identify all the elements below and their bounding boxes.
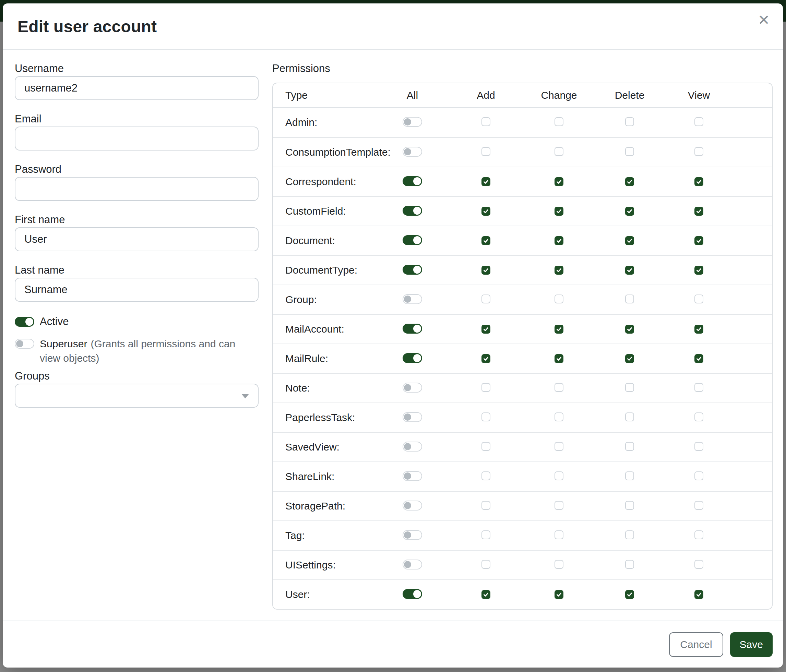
permission-view-checkbox[interactable] — [695, 442, 703, 451]
username-input[interactable] — [15, 76, 259, 100]
permission-view-checkbox[interactable] — [695, 590, 703, 599]
permission-delete-checkbox[interactable] — [625, 501, 634, 510]
permission-add-checkbox[interactable] — [481, 531, 490, 539]
permission-all-toggle[interactable] — [402, 147, 422, 157]
permission-delete-checkbox[interactable] — [625, 531, 634, 539]
permission-all-toggle[interactable] — [402, 559, 422, 570]
permission-all-toggle[interactable] — [402, 176, 422, 186]
close-icon[interactable]: ✕ — [758, 13, 770, 27]
permission-view-checkbox[interactable] — [695, 266, 703, 275]
permission-delete-checkbox[interactable] — [625, 383, 634, 392]
permission-add-checkbox[interactable] — [481, 147, 490, 156]
permission-view-checkbox[interactable] — [695, 117, 703, 126]
permission-change-checkbox[interactable] — [555, 325, 563, 334]
permission-delete-checkbox[interactable] — [625, 266, 634, 275]
permission-all-toggle[interactable] — [402, 265, 422, 275]
permission-delete-checkbox[interactable] — [625, 560, 634, 569]
permission-all-toggle[interactable] — [402, 589, 422, 599]
permission-delete-checkbox[interactable] — [625, 325, 634, 334]
permission-all-toggle[interactable] — [402, 471, 422, 481]
permission-change-checkbox[interactable] — [555, 177, 563, 186]
first-name-field[interactable] — [15, 227, 259, 251]
permission-add-checkbox[interactable] — [481, 266, 490, 275]
permission-change-checkbox[interactable] — [555, 501, 563, 510]
permission-add-checkbox[interactable] — [481, 501, 490, 510]
permission-change-checkbox[interactable] — [555, 295, 563, 303]
permission-all-toggle[interactable] — [402, 117, 422, 127]
permission-delete-checkbox[interactable] — [625, 471, 634, 480]
permission-view-checkbox[interactable] — [695, 295, 703, 303]
permission-delete-checkbox[interactable] — [625, 117, 634, 126]
permission-all-toggle[interactable] — [402, 530, 422, 540]
permission-view-checkbox[interactable] — [695, 501, 703, 510]
permission-change-checkbox[interactable] — [555, 354, 563, 363]
permission-view-checkbox[interactable] — [695, 325, 703, 334]
permission-delete-checkbox[interactable] — [625, 354, 634, 363]
email-field[interactable] — [15, 127, 259, 151]
permission-delete-checkbox[interactable] — [625, 295, 634, 303]
permission-all-toggle[interactable] — [402, 235, 422, 245]
permission-delete-checkbox[interactable] — [625, 147, 634, 156]
permission-view-checkbox[interactable] — [695, 560, 703, 569]
permission-add-checkbox[interactable] — [481, 236, 490, 245]
permission-view-checkbox[interactable] — [695, 354, 703, 363]
permission-change-checkbox[interactable] — [555, 207, 563, 216]
permission-add-checkbox[interactable] — [481, 207, 490, 216]
permission-change-checkbox[interactable] — [555, 236, 563, 245]
permission-all-toggle[interactable] — [402, 501, 422, 510]
permission-add-checkbox[interactable] — [481, 560, 490, 569]
password-field[interactable] — [15, 177, 259, 201]
cancel-button[interactable]: Cancel — [669, 632, 723, 657]
permission-add-checkbox[interactable] — [481, 177, 490, 186]
permission-view-checkbox[interactable] — [695, 207, 703, 216]
save-button[interactable]: Save — [730, 632, 773, 657]
permission-view-checkbox[interactable] — [695, 147, 703, 156]
permission-change-checkbox[interactable] — [555, 560, 563, 569]
groups-label: Groups — [15, 370, 259, 382]
permission-delete-checkbox[interactable] — [625, 236, 634, 245]
permission-view-checkbox[interactable] — [695, 236, 703, 245]
permission-delete-checkbox[interactable] — [625, 442, 634, 451]
permission-delete-checkbox[interactable] — [625, 177, 634, 186]
groups-select[interactable] — [15, 384, 259, 408]
permission-change-checkbox[interactable] — [555, 147, 563, 156]
table-row: ShareLink: — [273, 462, 772, 491]
permission-all-toggle[interactable] — [402, 412, 422, 422]
permission-change-checkbox[interactable] — [555, 471, 563, 480]
permission-change-checkbox[interactable] — [555, 383, 563, 392]
permission-delete-checkbox[interactable] — [625, 413, 634, 421]
permission-all-toggle[interactable] — [402, 323, 422, 334]
permission-add-checkbox[interactable] — [481, 590, 490, 599]
permission-view-checkbox[interactable] — [695, 177, 703, 186]
column-header-type: Type — [273, 89, 308, 101]
permission-view-checkbox[interactable] — [695, 471, 703, 480]
permission-add-checkbox[interactable] — [481, 383, 490, 392]
permission-add-checkbox[interactable] — [481, 442, 490, 451]
last-name-field[interactable] — [15, 278, 259, 302]
permission-change-checkbox[interactable] — [555, 531, 563, 539]
permission-add-checkbox[interactable] — [481, 471, 490, 480]
permission-delete-checkbox[interactable] — [625, 207, 634, 216]
permission-add-checkbox[interactable] — [481, 117, 490, 126]
permission-view-checkbox[interactable] — [695, 531, 703, 539]
permission-change-checkbox[interactable] — [555, 117, 563, 126]
permission-all-toggle[interactable] — [402, 294, 422, 304]
permission-all-toggle[interactable] — [402, 353, 422, 363]
table-row: Tag: — [273, 520, 772, 550]
permission-view-checkbox[interactable] — [695, 413, 703, 421]
permission-add-checkbox[interactable] — [481, 295, 490, 303]
permission-change-checkbox[interactable] — [555, 413, 563, 421]
permission-all-toggle[interactable] — [402, 383, 422, 393]
permission-change-checkbox[interactable] — [555, 590, 563, 599]
permission-delete-checkbox[interactable] — [625, 590, 634, 599]
permission-add-checkbox[interactable] — [481, 325, 490, 334]
permission-view-checkbox[interactable] — [695, 383, 703, 392]
permission-change-checkbox[interactable] — [555, 442, 563, 451]
superuser-toggle[interactable] — [15, 339, 34, 349]
permission-all-toggle[interactable] — [402, 441, 422, 452]
permission-add-checkbox[interactable] — [481, 354, 490, 363]
active-toggle[interactable] — [15, 317, 34, 327]
permission-add-checkbox[interactable] — [481, 413, 490, 421]
permission-all-toggle[interactable] — [402, 206, 422, 216]
permission-change-checkbox[interactable] — [555, 266, 563, 275]
